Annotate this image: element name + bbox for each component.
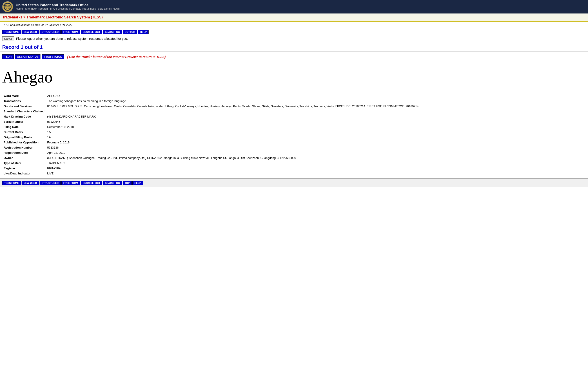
nav-home[interactable]: Home [16,7,23,10]
field-label: Goods and Services [2,104,46,109]
table-row: Goods and ServicesIC 025. US 022 039. G … [2,104,586,109]
top-toolbar: TESS HOME NEW USER STRUCTURED FREE FORM … [0,28,588,35]
nav-ebiz-alerts[interactable]: eBiz alerts [98,7,111,10]
logout-message: Please logout when you are done to relea… [16,37,128,41]
nav-glossary[interactable]: Glossary [58,7,68,10]
field-value: IC 025. US 022 039. G & S: Caps being he… [46,104,586,109]
status-row: TSDR ASSIGN STATUS TTAB STATUS ( Use the… [0,52,588,61]
table-row: Current Basis1A [2,129,586,135]
svg-text:EST. 1836: EST. 1836 [6,8,10,9]
table-row: TranslationsThe wording "Ahegao" has no … [2,98,586,104]
svg-text:UNITED STATES: UNITED STATES [3,5,12,6]
table-row: Mark Drawing Code(4) STANDARD CHARACTER … [2,114,586,119]
field-label: Type of Mark [2,160,46,166]
details-data-table: Word MarkAHEGAOTranslationsThe wording "… [2,93,586,176]
svg-text:USPTO: USPTO [5,6,10,8]
nav-site-index[interactable]: Site Index [25,7,37,10]
field-value: The wording "Ahegao" has no meaning in a… [46,98,586,104]
site-header: UNITED STATES USPTO EST. 1836 United Sta… [0,0,588,13]
logout-button[interactable]: Logout [2,36,14,41]
field-label: Mark Drawing Code [2,114,46,119]
search-og-button[interactable]: SEARCH OG [103,30,122,34]
ttab-status-button[interactable]: TTAB STATUS [42,54,64,59]
field-value [46,109,586,114]
field-value: 5733636 [46,145,586,150]
field-value: (REGISTRANT) Shenzhen Guangcai Trading C… [46,155,586,160]
field-label: Registration Date [2,150,46,155]
header-text: United States Patent and Trademark Offic… [16,3,120,10]
nav-contacts[interactable]: Contacts [71,7,81,10]
trademark-display-text: Ahegao [2,66,586,89]
breadcrumb-current-page: Trademark Electronic Search System (TESS… [27,15,103,19]
field-label: Original Filing Basis [2,135,46,140]
bottom-browse-dict-button[interactable]: BROWSE DICT [81,181,102,185]
browse-dict-button[interactable]: BROWSE DICT [81,30,102,34]
help-button[interactable]: HELP [138,30,148,34]
field-value: September 19, 2018 [46,124,586,129]
new-user-button[interactable]: NEW USER [21,30,39,34]
table-row: Registration DateApril 23, 2019 [2,150,586,155]
field-value: 1A [46,135,586,140]
table-row: RegisterPRINCIPAL [2,166,586,171]
table-row: Serial Number88122646 [2,119,586,124]
tsdr-button[interactable]: TSDR [2,54,14,59]
field-value: (4) STANDARD CHARACTER MARK [46,114,586,119]
bottom-help-button[interactable]: HELP [132,181,143,185]
bottom-tess-home-button[interactable]: TESS HOME [2,181,21,185]
trademark-image-area: Ahegao [0,61,588,91]
bottom-new-user-button[interactable]: NEW USER [21,181,39,185]
tess-home-button[interactable]: TESS HOME [2,30,21,34]
nav-news[interactable]: News [113,7,120,10]
field-value: TRADEMARK [46,160,586,166]
table-row: Published for OppositionFebruary 5, 2019 [2,140,586,145]
table-row: Standard Characters Claimed [2,109,586,114]
field-label: Owner [2,155,46,160]
trademark-details-table: Word MarkAHEGAOTranslationsThe wording "… [0,91,588,178]
table-row: Live/Dead IndicatorLIVE [2,171,586,176]
header-navigation: Home | Site Index | Search | FAQ | Gloss… [16,7,120,10]
structured-button[interactable]: STRUCTURED [40,30,61,34]
bottom-free-form-button[interactable]: FREE FORM [61,181,80,185]
field-value: PRINCIPAL [46,166,586,171]
table-row: Owner(REGISTRANT) Shenzhen Guangcai Trad… [2,155,586,160]
bottom-toolbar: TESS HOME NEW USER STRUCTURED FREE FORM … [0,179,588,187]
bottom-search-og-button[interactable]: SEARCH OG [103,181,122,185]
record-heading: Record 1 out of 1 [2,44,586,50]
nav-faq[interactable]: FAQ [50,7,55,10]
table-row: Filing DateSeptember 19, 2018 [2,124,586,129]
table-row: Registration Number5733636 [2,145,586,150]
field-value: 1A [46,129,586,135]
free-form-button[interactable]: FREE FORM [61,30,80,34]
top-button[interactable]: TOP [123,181,132,185]
nav-ebusiness[interactable]: eBusiness [84,7,96,10]
bottom-button[interactable]: BOTTOM [123,30,137,34]
back-notice: ( Use the "Back" button of the Internet … [67,55,166,59]
breadcrumb: Trademarks > Trademark Electronic Search… [0,13,588,21]
uspto-logo: UNITED STATES USPTO EST. 1836 [2,1,13,12]
field-label: Live/Dead Indicator [2,171,46,176]
field-label: Word Mark [2,93,46,98]
table-row: Type of MarkTRADEMARK [2,160,586,166]
field-value: AHEGAO [46,93,586,98]
nav-search[interactable]: Search [39,7,48,10]
field-label: Current Basis [2,129,46,135]
assign-status-button[interactable]: ASSIGN STATUS [15,54,41,59]
field-value: April 23, 2019 [46,150,586,155]
field-label: Standard Characters Claimed [2,109,46,114]
logout-row: Logout Please logout when you are done t… [0,35,588,42]
breadcrumb-trademarks-link[interactable]: Trademarks [2,15,22,19]
field-value: LIVE [46,171,586,176]
bottom-structured-button[interactable]: STRUCTURED [40,181,61,185]
update-notice: TESS was last updated on Mon Jul 27 03:5… [0,21,588,28]
field-value: February 5, 2019 [46,140,586,145]
table-row: Word MarkAHEGAO [2,93,586,98]
record-heading-section: Record 1 out of 1 [0,42,588,52]
field-label: Serial Number [2,119,46,124]
field-label: Register [2,166,46,171]
field-label: Filing Date [2,124,46,129]
table-row: Original Filing Basis1A [2,135,586,140]
site-title: United States Patent and Trademark Offic… [16,3,120,7]
field-value: 88122646 [46,119,586,124]
field-label: Registration Number [2,145,46,150]
field-label: Translations [2,98,46,104]
